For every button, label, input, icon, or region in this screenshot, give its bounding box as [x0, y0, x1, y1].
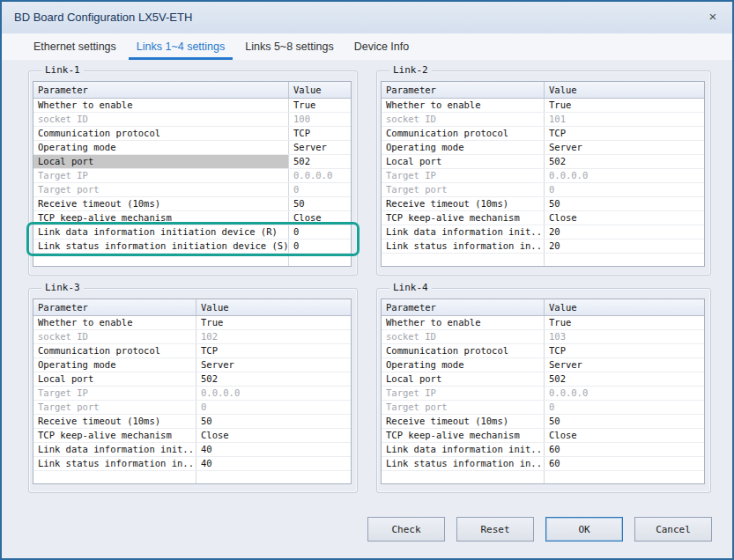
param-cell[interactable]: Link data information initiation device … — [33, 225, 289, 239]
table-row[interactable]: Link status information in... 60 — [382, 457, 704, 471]
param-cell[interactable]: TCP keep-alive mechanism — [33, 429, 196, 442]
param-cell[interactable]: TCP keep-alive mechanism — [382, 211, 545, 225]
param-cell[interactable]: Whether to enable — [382, 99, 545, 112]
value-cell[interactable]: TCP — [196, 344, 351, 357]
table-row[interactable]: Communication protocol TCP — [33, 127, 351, 141]
value-cell[interactable]: 60 — [545, 443, 704, 456]
param-cell[interactable]: Whether to enable — [33, 99, 289, 112]
param-cell[interactable]: Local port — [382, 155, 545, 168]
table-row[interactable]: Communication protocol TCP — [382, 344, 704, 358]
table-row[interactable]: socket ID 100 — [33, 113, 351, 127]
tab-links-5-8-settings[interactable]: Links 5~8 settings — [236, 33, 342, 60]
table-row[interactable]: Operating mode Server — [33, 141, 351, 155]
value-cell[interactable]: True — [545, 99, 704, 112]
table-row[interactable]: TCP keep-alive mechanism Close — [33, 429, 351, 443]
param-cell[interactable]: Whether to enable — [33, 316, 196, 329]
value-cell[interactable]: True — [196, 316, 351, 329]
value-cell[interactable]: Server — [545, 141, 704, 154]
table-row[interactable]: TCP keep-alive mechanism Close — [382, 211, 704, 225]
param-cell[interactable]: Operating mode — [382, 141, 545, 154]
param-cell[interactable]: Link data information init... — [382, 443, 545, 456]
table-row[interactable]: Receive timeout (10ms) 50 — [33, 415, 351, 429]
ok-button[interactable]: OK — [545, 517, 623, 542]
value-cell[interactable]: TCP — [545, 344, 704, 357]
table-row[interactable]: Whether to enable True — [382, 316, 704, 330]
table-row[interactable]: Operating mode Server — [33, 358, 351, 372]
table-row[interactable]: Link status information in... 40 — [33, 457, 351, 471]
value-cell[interactable]: 502 — [196, 372, 351, 386]
value-cell[interactable]: Close — [289, 211, 351, 225]
title-bar[interactable]: BD Board Configuration LX5V-ETH × — [2, 2, 732, 33]
table-row[interactable]: Target IP 0.0.0.0 — [33, 387, 351, 401]
value-cell[interactable]: 103 — [545, 330, 704, 343]
table-row[interactable]: Whether to enable True — [33, 316, 351, 330]
value-cell[interactable]: Close — [545, 429, 704, 442]
value-cell[interactable]: TCP — [545, 127, 704, 140]
value-cell[interactable]: 0 — [289, 239, 351, 253]
link-3-table[interactable]: Parameter Value Whether to enable True s… — [33, 298, 352, 484]
param-cell[interactable]: Communication protocol — [33, 127, 289, 140]
table-row[interactable]: Local port 502 — [382, 155, 704, 169]
tab-device-info[interactable]: Device Info — [345, 33, 419, 60]
value-cell[interactable]: 100 — [289, 113, 351, 126]
link-1-table[interactable]: Parameter Value Whether to enable True s… — [33, 81, 352, 267]
table-row[interactable]: Receive timeout (10ms) 50 — [382, 197, 704, 211]
param-cell[interactable]: Receive timeout (10ms) — [382, 415, 545, 428]
value-cell[interactable]: 101 — [545, 113, 704, 126]
param-cell[interactable]: socket ID — [382, 113, 545, 126]
table-row[interactable]: Operating mode Server — [382, 141, 704, 155]
value-cell[interactable]: Server — [289, 141, 351, 154]
param-cell[interactable]: Whether to enable — [382, 316, 545, 329]
param-cell[interactable]: socket ID — [33, 330, 196, 343]
param-cell[interactable]: Target port — [33, 401, 196, 414]
close-icon[interactable]: × — [704, 8, 722, 26]
param-cell[interactable]: Link status information initiation devic… — [33, 239, 289, 253]
table-row[interactable]: Link status information in... 20 — [382, 239, 704, 254]
param-cell[interactable]: Receive timeout (10ms) — [382, 197, 545, 210]
param-cell[interactable]: Link data information init... — [382, 225, 545, 239]
param-cell[interactable]: TCP keep-alive mechanism — [382, 429, 545, 442]
table-row[interactable]: Communication protocol TCP — [33, 344, 351, 358]
value-cell[interactable]: Server — [545, 358, 704, 372]
param-cell[interactable]: Operating mode — [33, 358, 196, 372]
value-cell[interactable]: True — [289, 99, 351, 112]
link-4-table[interactable]: Parameter Value Whether to enable True s… — [381, 298, 705, 484]
value-cell[interactable]: 40 — [196, 443, 351, 456]
value-cell[interactable]: Server — [196, 358, 351, 372]
table-row[interactable]: Local port 502 — [33, 372, 351, 387]
table-row[interactable]: Link status information initiation devic… — [33, 239, 351, 254]
param-cell[interactable]: Target port — [33, 183, 289, 196]
link-2-table[interactable]: Parameter Value Whether to enable True s… — [381, 81, 705, 267]
param-cell[interactable]: Target IP — [33, 387, 196, 400]
table-row[interactable]: Receive timeout (10ms) 50 — [33, 197, 351, 211]
value-cell[interactable]: 0 — [196, 401, 351, 414]
value-cell[interactable]: 502 — [289, 155, 351, 168]
check-button[interactable]: Check — [367, 517, 445, 542]
value-cell[interactable]: 50 — [289, 197, 351, 210]
value-cell[interactable]: 502 — [545, 372, 704, 386]
value-cell[interactable]: 0.0.0.0 — [196, 387, 351, 400]
table-row[interactable]: Local port 502 — [382, 372, 704, 387]
param-cell[interactable]: Receive timeout (10ms) — [33, 415, 196, 428]
value-cell[interactable]: 60 — [545, 457, 704, 470]
table-row[interactable]: Link data information init... 60 — [382, 443, 704, 457]
value-cell[interactable]: 0.0.0.0 — [545, 169, 704, 182]
param-cell[interactable]: Target port — [382, 401, 545, 414]
param-cell[interactable]: socket ID — [382, 330, 545, 343]
table-row[interactable]: Target IP 0.0.0.0 — [33, 169, 351, 183]
value-cell[interactable]: Close — [196, 429, 351, 442]
value-cell[interactable]: 20 — [545, 239, 704, 253]
value-cell[interactable]: 50 — [196, 415, 351, 428]
table-row[interactable]: Target port 0 — [33, 183, 351, 197]
param-cell[interactable]: Local port — [33, 372, 196, 386]
param-cell[interactable]: Communication protocol — [382, 127, 545, 140]
table-row[interactable]: Target port 0 — [33, 401, 351, 415]
table-row[interactable]: Whether to enable True — [33, 99, 351, 113]
param-cell[interactable]: Target port — [382, 183, 545, 196]
value-cell[interactable]: 502 — [545, 155, 704, 168]
tab-ethernet-settings[interactable]: Ethernet settings — [25, 33, 125, 60]
value-cell[interactable]: 50 — [545, 415, 704, 428]
value-cell[interactable]: 0.0.0.0 — [289, 169, 351, 182]
value-cell[interactable]: 0 — [289, 183, 351, 196]
param-cell[interactable]: Operating mode — [382, 358, 545, 372]
